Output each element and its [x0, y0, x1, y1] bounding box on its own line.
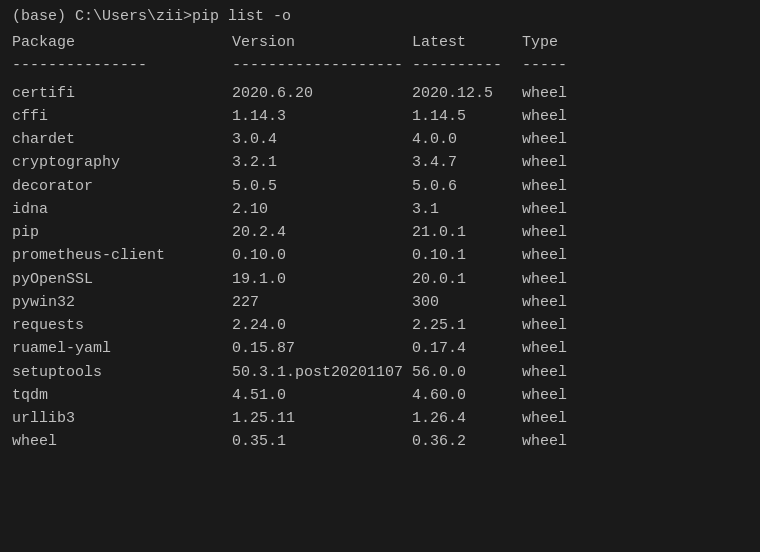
- cell-latest: 0.17.4: [412, 337, 522, 360]
- table-row: chardet 3.0.4 4.0.0 wheel: [12, 128, 748, 151]
- cell-type: wheel: [522, 337, 602, 360]
- table-header: Package Version Latest Type: [12, 31, 748, 54]
- command-line: (base) C:\Users\zii>pip list -o: [12, 8, 748, 25]
- cell-type: wheel: [522, 221, 602, 244]
- cell-package: pywin32: [12, 291, 232, 314]
- table-row: cffi 1.14.3 1.14.5 wheel: [12, 105, 748, 128]
- table-row: setuptools 50.3.1.post20201107 56.0.0 wh…: [12, 361, 748, 384]
- table-row: tqdm 4.51.0 4.60.0 wheel: [12, 384, 748, 407]
- cell-latest: 3.1: [412, 198, 522, 221]
- cell-latest: 2.25.1: [412, 314, 522, 337]
- table-body: certifi 2020.6.20 2020.12.5 wheel cffi 1…: [12, 82, 748, 454]
- divider-version: -------------------: [232, 54, 412, 77]
- cell-version: 2020.6.20: [232, 82, 412, 105]
- cell-version: 0.35.1: [232, 430, 412, 453]
- cell-version: 0.10.0: [232, 244, 412, 267]
- cell-latest: 1.14.5: [412, 105, 522, 128]
- cell-version: 4.51.0: [232, 384, 412, 407]
- divider-package: ---------------: [12, 54, 232, 77]
- cell-latest: 5.0.6: [412, 175, 522, 198]
- cell-version: 50.3.1.post20201107: [232, 361, 412, 384]
- cell-type: wheel: [522, 128, 602, 151]
- cell-latest: 300: [412, 291, 522, 314]
- cell-type: wheel: [522, 361, 602, 384]
- cell-type: wheel: [522, 82, 602, 105]
- cell-package: wheel: [12, 430, 232, 453]
- table-row: idna 2.10 3.1 wheel: [12, 198, 748, 221]
- table-row: wheel 0.35.1 0.36.2 wheel: [12, 430, 748, 453]
- table-row: decorator 5.0.5 5.0.6 wheel: [12, 175, 748, 198]
- cell-version: 3.0.4: [232, 128, 412, 151]
- cell-package: pip: [12, 221, 232, 244]
- cell-latest: 0.10.1: [412, 244, 522, 267]
- terminal: (base) C:\Users\zii>pip list -o Package …: [12, 8, 748, 544]
- cell-package: decorator: [12, 175, 232, 198]
- cell-package: setuptools: [12, 361, 232, 384]
- cell-version: 3.2.1: [232, 151, 412, 174]
- cell-latest: 56.0.0: [412, 361, 522, 384]
- cell-package: idna: [12, 198, 232, 221]
- table-row: urllib3 1.25.11 1.26.4 wheel: [12, 407, 748, 430]
- cell-package: ruamel-yaml: [12, 337, 232, 360]
- cell-version: 0.15.87: [232, 337, 412, 360]
- cell-package: urllib3: [12, 407, 232, 430]
- divider-type: -----: [522, 54, 602, 77]
- table-row: pyOpenSSL 19.1.0 20.0.1 wheel: [12, 268, 748, 291]
- cell-latest: 3.4.7: [412, 151, 522, 174]
- table-row: ruamel-yaml 0.15.87 0.17.4 wheel: [12, 337, 748, 360]
- header-latest: Latest: [412, 31, 522, 54]
- cell-latest: 2020.12.5: [412, 82, 522, 105]
- cell-type: wheel: [522, 198, 602, 221]
- cell-package: pyOpenSSL: [12, 268, 232, 291]
- header-version: Version: [232, 31, 412, 54]
- table-row: cryptography 3.2.1 3.4.7 wheel: [12, 151, 748, 174]
- cell-type: wheel: [522, 268, 602, 291]
- cell-type: wheel: [522, 175, 602, 198]
- header-type: Type: [522, 31, 602, 54]
- cell-package: prometheus-client: [12, 244, 232, 267]
- table-row: pip 20.2.4 21.0.1 wheel: [12, 221, 748, 244]
- cell-version: 2.24.0: [232, 314, 412, 337]
- cell-latest: 21.0.1: [412, 221, 522, 244]
- cell-type: wheel: [522, 384, 602, 407]
- cell-type: wheel: [522, 105, 602, 128]
- table-row: prometheus-client 0.10.0 0.10.1 wheel: [12, 244, 748, 267]
- cell-latest: 4.60.0: [412, 384, 522, 407]
- cell-version: 1.25.11: [232, 407, 412, 430]
- table-row: certifi 2020.6.20 2020.12.5 wheel: [12, 82, 748, 105]
- cell-version: 1.14.3: [232, 105, 412, 128]
- cell-type: wheel: [522, 314, 602, 337]
- cell-latest: 4.0.0: [412, 128, 522, 151]
- cell-type: wheel: [522, 151, 602, 174]
- cell-package: chardet: [12, 128, 232, 151]
- cell-package: cffi: [12, 105, 232, 128]
- cell-package: cryptography: [12, 151, 232, 174]
- cell-type: wheel: [522, 291, 602, 314]
- header-package: Package: [12, 31, 232, 54]
- table-divider: --------------- ------------------- ----…: [12, 54, 748, 77]
- cell-latest: 20.0.1: [412, 268, 522, 291]
- cell-package: tqdm: [12, 384, 232, 407]
- cell-latest: 1.26.4: [412, 407, 522, 430]
- cell-version: 5.0.5: [232, 175, 412, 198]
- cell-package: certifi: [12, 82, 232, 105]
- cell-package: requests: [12, 314, 232, 337]
- cell-version: 2.10: [232, 198, 412, 221]
- table-row: pywin32 227 300 wheel: [12, 291, 748, 314]
- cell-version: 19.1.0: [232, 268, 412, 291]
- pip-list-table: Package Version Latest Type ------------…: [12, 31, 748, 454]
- cell-type: wheel: [522, 244, 602, 267]
- cell-type: wheel: [522, 430, 602, 453]
- divider-latest: ----------: [412, 54, 522, 77]
- cell-version: 227: [232, 291, 412, 314]
- cell-type: wheel: [522, 407, 602, 430]
- table-row: requests 2.24.0 2.25.1 wheel: [12, 314, 748, 337]
- cell-latest: 0.36.2: [412, 430, 522, 453]
- cell-version: 20.2.4: [232, 221, 412, 244]
